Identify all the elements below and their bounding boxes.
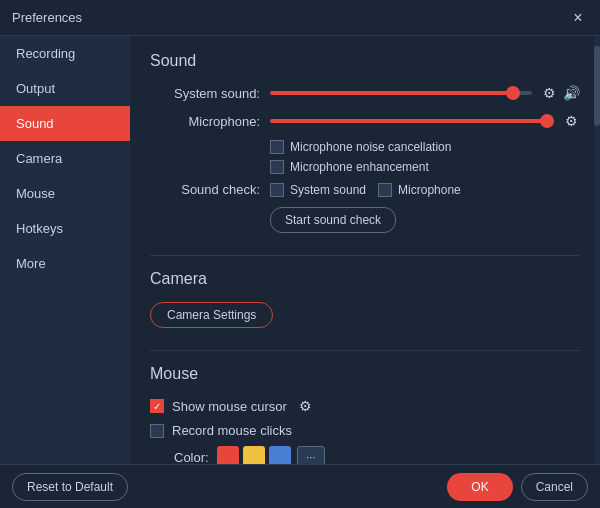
sidebar-item-camera[interactable]: Camera	[0, 141, 130, 176]
clicks-color-more-button[interactable]: ···	[297, 446, 325, 464]
camera-settings-button[interactable]: Camera Settings	[150, 302, 273, 328]
sound-check-row: Sound check: System sound Microphone	[150, 182, 580, 197]
camera-divider	[150, 255, 580, 256]
clicks-color-yellow[interactable]	[243, 446, 265, 464]
dialog-title: Preferences	[12, 10, 82, 25]
enhancement-row: Microphone enhancement	[270, 160, 580, 174]
sidebar-item-more[interactable]: More	[0, 246, 130, 281]
system-sound-row: System sound: ⚙ 🔊	[150, 84, 580, 102]
microphone-check-checkbox[interactable]	[378, 183, 392, 197]
microphone-gear-icon[interactable]: ⚙	[562, 112, 580, 130]
main-content-area: Recording Output Sound Camera Mouse Hotk…	[0, 36, 600, 464]
microphone-check-option[interactable]: Microphone	[378, 183, 461, 197]
record-clicks-label: Record mouse clicks	[172, 423, 292, 438]
sound-check-label: Sound check:	[150, 182, 260, 197]
system-sound-gear-icon[interactable]: ⚙	[540, 84, 558, 102]
sidebar-item-sound[interactable]: Sound	[0, 106, 130, 141]
cancel-button[interactable]: Cancel	[521, 473, 588, 501]
noise-cancellation-row: Microphone noise cancellation	[270, 140, 580, 154]
mouse-section-title: Mouse	[150, 365, 580, 383]
close-button[interactable]: ×	[568, 8, 588, 28]
footer-right-buttons: OK Cancel	[447, 473, 588, 501]
record-clicks-checkbox[interactable]	[150, 424, 164, 438]
show-cursor-label: Show mouse cursor	[172, 399, 287, 414]
system-sound-check-option[interactable]: System sound	[270, 183, 366, 197]
main-panel: Sound System sound: ⚙ 🔊 Microphone: ⚙ Mi…	[130, 36, 600, 464]
enhancement-checkbox[interactable]	[270, 160, 284, 174]
show-cursor-row: Show mouse cursor ⚙	[150, 397, 580, 415]
mouse-divider	[150, 350, 580, 351]
system-sound-slider[interactable]	[270, 91, 532, 95]
system-sound-speaker-icon: 🔊	[562, 84, 580, 102]
clicks-color-label: Color:	[174, 450, 209, 465]
microphone-label: Microphone:	[150, 114, 260, 129]
reset-to-default-button[interactable]: Reset to Default	[12, 473, 128, 501]
sidebar-item-mouse[interactable]: Mouse	[0, 176, 130, 211]
sidebar-item-output[interactable]: Output	[0, 71, 130, 106]
microphone-row: Microphone: ⚙	[150, 112, 580, 130]
sidebar-item-hotkeys[interactable]: Hotkeys	[0, 211, 130, 246]
microphone-slider[interactable]	[270, 119, 554, 123]
sidebar: Recording Output Sound Camera Mouse Hotk…	[0, 36, 130, 464]
footer: Reset to Default OK Cancel	[0, 464, 600, 508]
system-sound-check-checkbox[interactable]	[270, 183, 284, 197]
enhancement-label: Microphone enhancement	[290, 160, 429, 174]
show-cursor-checkbox[interactable]	[150, 399, 164, 413]
sound-check-options: System sound Microphone	[270, 183, 461, 197]
preferences-dialog: Preferences × Recording Output Sound Cam…	[0, 0, 600, 508]
sound-section-title: Sound	[150, 52, 580, 70]
start-sound-check-button[interactable]: Start sound check	[270, 207, 396, 233]
scrollbar-thumb[interactable]	[594, 46, 600, 126]
system-sound-check-label: System sound	[290, 183, 366, 197]
record-clicks-row: Record mouse clicks	[150, 423, 580, 438]
system-sound-slider-container	[270, 91, 532, 95]
microphone-check-label: Microphone	[398, 183, 461, 197]
camera-section-title: Camera	[150, 270, 580, 288]
noise-cancellation-checkbox[interactable]	[270, 140, 284, 154]
clicks-color-red[interactable]	[217, 446, 239, 464]
show-cursor-gear-icon[interactable]: ⚙	[297, 397, 315, 415]
title-bar: Preferences ×	[0, 0, 600, 36]
noise-cancellation-label: Microphone noise cancellation	[290, 140, 451, 154]
clicks-color-blue[interactable]	[269, 446, 291, 464]
microphone-slider-container	[270, 119, 554, 123]
ok-button[interactable]: OK	[447, 473, 512, 501]
mouse-clicks-color-row: Color: ···	[174, 446, 580, 464]
scrollbar-track	[594, 36, 600, 464]
system-sound-label: System sound:	[150, 86, 260, 101]
sidebar-item-recording[interactable]: Recording	[0, 36, 130, 71]
